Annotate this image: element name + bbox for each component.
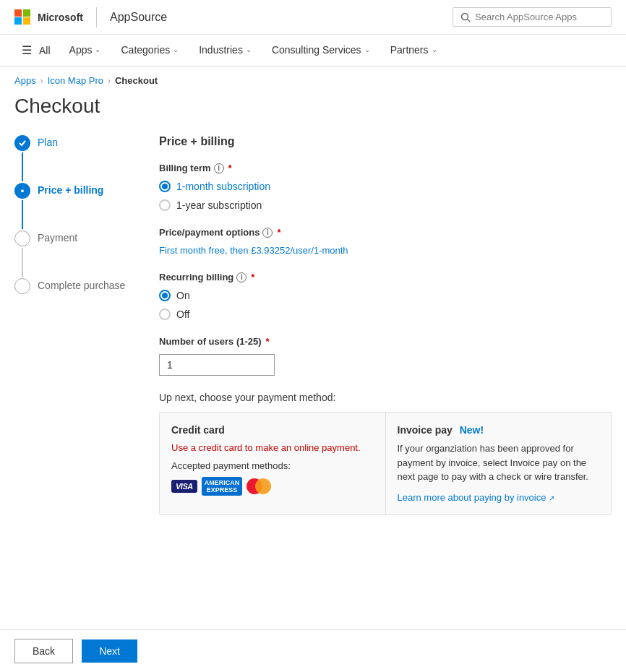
num-users-label: Number of users (1-25) * [159,336,612,347]
billing-1year-radio[interactable] [159,199,171,211]
invoice-learn-more-link[interactable]: Learn more about paying by invoice ↗ [398,492,555,503]
accepted-label: Accepted payment methods: [171,460,374,471]
page-title: Checkout [14,95,612,118]
recurring-off-label: Off [176,309,189,320]
step-plan-indicator [14,135,30,183]
chevron-down-icon: ⌄ [95,46,100,53]
step-plan-circle [14,135,30,151]
nav-item-consulting[interactable]: Consulting Services ⌄ [263,35,379,66]
billing-term-required: * [228,163,232,173]
recurring-on-option[interactable]: On [159,290,612,301]
step-price-label: Price + billing [38,183,103,196]
step-line-3 [22,248,23,277]
price-options-text: Price/payment options [159,227,260,238]
nav-all-label: All [39,45,51,56]
breadcrumb-current: Checkout [115,75,158,86]
nav-item-categories[interactable]: Categories ⌄ [112,35,187,66]
hamburger-icon: ☰ [22,43,32,57]
search-box[interactable] [453,7,612,27]
step-payment-circle [14,231,30,246]
step-complete-indicator [14,278,30,294]
billing-1year-label: 1-year subscription [176,199,262,211]
recurring-billing-group: Recurring billing i * On Off [159,272,612,320]
price-options-required: * [277,227,280,238]
breadcrumb-apps[interactable]: Apps [14,75,36,86]
step-plan: Plan [14,135,130,183]
brand-microsoft: Microsoft [38,12,83,23]
invoice-pay-title-text: Invoice pay [398,424,453,436]
svg-line-1 [468,19,471,22]
recurring-on-radio[interactable] [159,290,171,301]
num-users-group: Number of users (1-25) * [159,336,612,376]
billing-term-info-icon[interactable]: i [214,163,224,173]
nav: ☰ All Apps ⌄ Categories ⌄ Industries ⌄ C… [0,35,626,66]
payment-cards-container: Credit card Use a credit card to make an… [159,412,612,515]
price-description: First month free, then £3.93252/user/1-m… [159,245,612,256]
recurring-billing-text: Recurring billing [159,272,233,283]
nav-all[interactable]: ☰ All [14,43,58,57]
step-price-billing: ● Price + billing [14,183,130,231]
nav-categories-label: Categories [121,44,170,56]
breadcrumb-sep-2: › [108,76,111,86]
nav-industries-label: Industries [199,44,243,56]
breadcrumb: Apps › Icon Map Pro › Checkout [0,66,626,95]
brand-appsource: AppSource [110,11,167,24]
main-content: Checkout Plan ● [0,95,626,589]
step-price-indicator: ● [14,183,30,231]
form-area: Price + billing Billing term i * 1-month… [159,135,612,531]
credit-card-title: Credit card [171,424,374,436]
header-left: Microsoft AppSource [14,7,167,27]
step-plan-label: Plan [38,135,58,148]
chevron-down-icon: ⌄ [364,46,370,53]
steps-sidebar: Plan ● Price + billing Payment [14,135,130,531]
microsoft-logo [14,9,30,25]
invoice-pay-panel: Invoice pay New! If your organziation ha… [386,413,612,514]
search-icon [460,12,471,22]
step-payment-indicator [14,231,30,278]
mc-yellow-circle [255,478,271,494]
brand-divider [96,7,97,27]
price-options-group: Price/payment options i * First month fr… [159,227,612,256]
price-options-label: Price/payment options i * [159,227,612,238]
num-users-required: * [266,336,270,347]
svg-point-0 [462,13,468,20]
nav-item-partners[interactable]: Partners ⌄ [382,35,446,66]
recurring-on-label: On [176,290,190,301]
amex-logo: AMERICANEXPRESS [202,477,243,496]
form-section-title: Price + billing [159,135,612,148]
chevron-down-icon: ⌄ [173,46,179,53]
recurring-off-option[interactable]: Off [159,309,612,320]
step-complete-circle [14,278,30,294]
recurring-billing-required: * [251,272,254,283]
header: Microsoft AppSource [0,0,626,35]
step-line-2 [22,200,23,229]
chevron-down-icon: ⌄ [246,46,252,53]
billing-1month-radio[interactable] [159,181,171,192]
recurring-off-radio[interactable] [159,309,171,320]
price-options-info-icon[interactable]: i [262,228,273,238]
nav-apps-label: Apps [69,44,93,56]
step-complete-label: Complete purchase [38,278,125,291]
credit-card-panel: Credit card Use a credit card to make an… [160,413,386,514]
recurring-billing-info-icon[interactable]: i [236,272,246,283]
step-payment-label: Payment [38,231,77,244]
visa-logo: VISA [171,480,197,493]
invoice-link-text: Learn more about paying by invoice [398,492,546,503]
nav-item-apps[interactable]: Apps ⌄ [61,35,110,66]
billing-1month-label: 1-month subscription [176,181,270,192]
num-users-input[interactable] [159,354,275,376]
breadcrumb-sep-1: › [40,76,43,86]
nav-item-industries[interactable]: Industries ⌄ [190,35,260,66]
billing-term-text: Billing term [159,163,211,173]
num-users-text: Number of users (1-25) [159,336,262,347]
step-line-1 [22,152,23,181]
breadcrumb-iconmappro[interactable]: Icon Map Pro [48,75,103,86]
chevron-down-icon: ⌄ [432,46,437,53]
invoice-new-badge: New! [460,424,484,436]
card-logos: VISA AMERICANEXPRESS [171,477,374,496]
billing-1year-option[interactable]: 1-year subscription [159,199,612,211]
nav-consulting-label: Consulting Services [272,44,361,56]
billing-1month-option[interactable]: 1-month subscription [159,181,612,192]
checkout-layout: Plan ● Price + billing Payment [14,135,612,531]
search-input[interactable] [475,12,604,22]
